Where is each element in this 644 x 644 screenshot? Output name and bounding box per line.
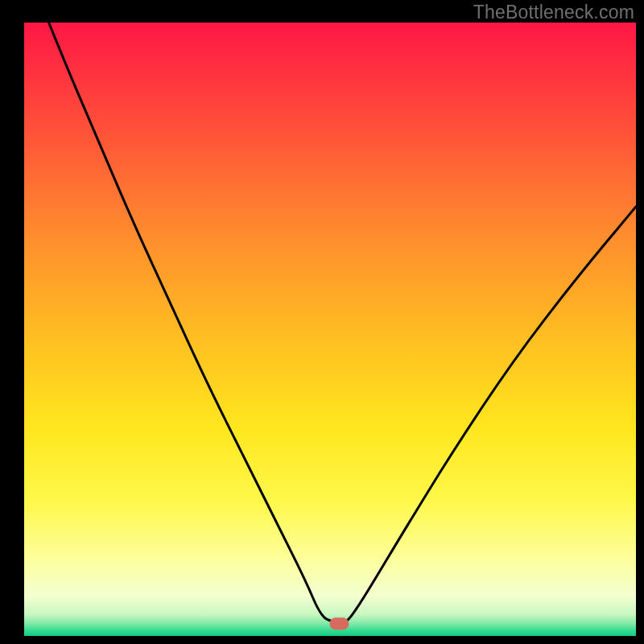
chart-canvas: [0, 0, 644, 644]
watermark-text: TheBottleneck.com: [473, 2, 634, 23]
chart-gradient-bg: [24, 23, 636, 636]
optimal-marker: [329, 617, 349, 630]
bottleneck-chart: TheBottleneck.com: [0, 0, 644, 644]
